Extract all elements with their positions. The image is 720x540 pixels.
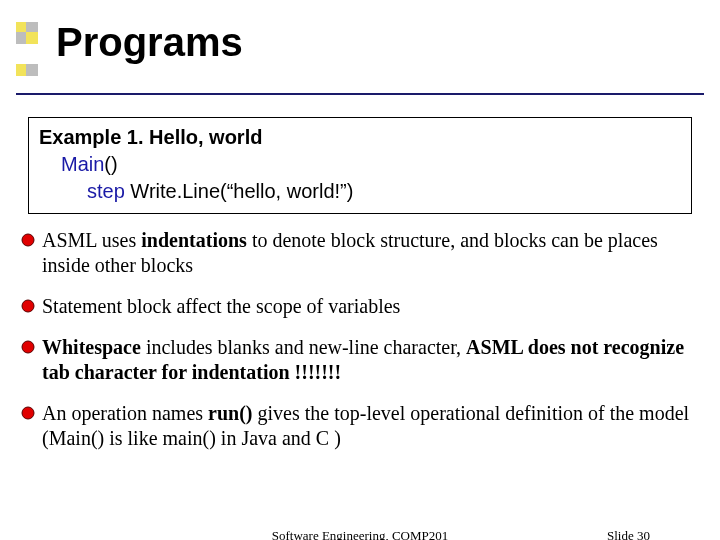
bullet-text: An operation names run() gives the top-l…: [42, 401, 700, 451]
code-line-main: Main(): [61, 153, 681, 176]
code-line-step: step Write.Line(“hello, world!”): [87, 180, 681, 203]
bullet-icon-wrap: [20, 405, 36, 425]
svg-point-0: [22, 234, 34, 246]
keyword-step: step: [87, 180, 125, 202]
slide-title: Programs: [56, 20, 243, 65]
bullet-icon-wrap: [20, 339, 36, 359]
example-heading: Example 1. Hello, world: [39, 126, 681, 149]
svg-point-2: [22, 341, 34, 353]
title-underline: [16, 93, 704, 95]
code-main-rest: (): [104, 153, 117, 175]
bullet-text: Whitespace includes blanks and new-line …: [42, 335, 700, 385]
svg-point-1: [22, 300, 34, 312]
bullet-icon-wrap: [20, 232, 36, 252]
bullet-icon-wrap: [20, 298, 36, 318]
bullet-text: ASML uses indentations to denote block s…: [42, 228, 700, 278]
bullet-text: Statement block affect the scope of vari…: [42, 294, 700, 319]
svg-point-3: [22, 407, 34, 419]
list-item: ASML uses indentations to denote block s…: [20, 228, 700, 278]
title-bar: Programs: [0, 0, 720, 95]
title-accent: [16, 22, 38, 76]
keyword-main: Main: [61, 153, 104, 175]
list-item: Whitespace includes blanks and new-line …: [20, 335, 700, 385]
footer-slide-number: Slide 30: [607, 528, 650, 540]
bullet-icon: [20, 339, 36, 355]
bullet-icon: [20, 298, 36, 314]
list-item: An operation names run() gives the top-l…: [20, 401, 700, 451]
footer-right-num: 30: [637, 528, 650, 540]
bullet-icon: [20, 232, 36, 248]
example-box: Example 1. Hello, world Main() step Writ…: [28, 117, 692, 214]
footer-right-label: Slide: [607, 528, 637, 540]
bullet-icon: [20, 405, 36, 421]
list-item: Statement block affect the scope of vari…: [20, 294, 700, 319]
code-step-rest: Write.Line(“hello, world!”): [125, 180, 354, 202]
bullet-list: ASML uses indentations to denote block s…: [20, 228, 700, 451]
